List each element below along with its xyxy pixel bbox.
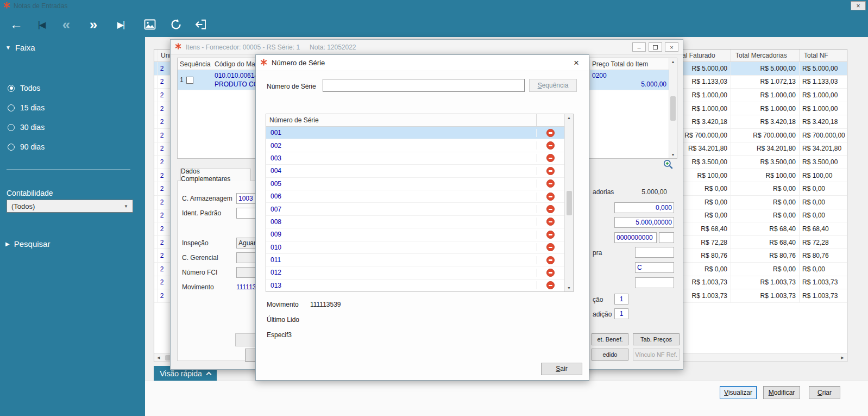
remove-serial-icon[interactable] [546, 141, 555, 150]
serial-row[interactable]: 011 [266, 254, 564, 266]
nav-previous-icon[interactable]: « [56, 12, 76, 37]
close-button[interactable]: × [665, 42, 678, 52]
serial-row[interactable]: 012 [266, 266, 564, 279]
refresh-icon[interactable] [166, 12, 186, 37]
remove-serial-icon[interactable] [546, 205, 555, 213]
faixa-radio-option[interactable]: 90 dias [8, 142, 45, 151]
remove-serial-icon[interactable] [546, 167, 555, 175]
report-icon[interactable] [140, 12, 160, 37]
visualizar-button[interactable]: Visualizar [720, 386, 757, 399]
numero-fci-label: Número FCI [182, 269, 236, 276]
remove-serial-icon[interactable] [546, 179, 555, 188]
situacao-label: ção [593, 296, 603, 303]
remove-serial-icon[interactable] [546, 269, 555, 277]
scroll-up-icon[interactable]: ▲ [567, 116, 571, 120]
contabilidade-select[interactable]: (Todos) ▼ [7, 200, 133, 213]
scroll-down-icon[interactable]: ▼ [567, 286, 571, 290]
preco-unitario-input[interactable] [614, 217, 674, 228]
tradicao-input[interactable] [614, 308, 628, 319]
compra-label: pra [593, 249, 602, 257]
remove-serial-icon[interactable] [546, 243, 555, 251]
serial-row[interactable]: 005 [266, 178, 564, 190]
close-icon[interactable]: × [568, 58, 584, 69]
serial-list-body: 001 002 003 [266, 127, 564, 291]
nav-last-icon[interactable]: ▶| [111, 12, 130, 37]
visao-rapida-label: Visão rápida [160, 369, 202, 378]
serial-row[interactable]: 009 [266, 228, 564, 241]
codigo-extra-input[interactable] [659, 232, 674, 243]
tipo-input[interactable] [635, 262, 674, 273]
minimize-button[interactable]: – [632, 42, 646, 52]
serial-row[interactable]: 010 [266, 241, 564, 254]
remove-serial-icon[interactable] [546, 231, 555, 239]
compra-input[interactable] [635, 247, 674, 258]
preco-total-header[interactable]: Preço Total do Item [589, 58, 669, 70]
det-benef-button[interactable]: et. Benef. [592, 333, 628, 345]
item-sequence: 1 [180, 76, 184, 84]
remove-serial-icon[interactable] [546, 218, 555, 226]
serial-row[interactable]: 001 [266, 127, 564, 139]
sequencia-button[interactable]: Sequência [529, 79, 577, 92]
codigo-input[interactable] [614, 232, 657, 243]
remove-serial-icon[interactable] [546, 256, 555, 264]
modificar-button[interactable]: Modificar [763, 386, 800, 399]
serial-row[interactable]: 004 [266, 165, 564, 177]
scrollbar-thumb[interactable] [567, 191, 572, 215]
serial-row[interactable]: 007 [266, 203, 564, 215]
serial-column-header[interactable]: Número de Série [266, 116, 536, 124]
remove-serial-icon[interactable] [546, 193, 555, 201]
scroll-down-icon[interactable]: ▼ [671, 153, 675, 157]
faixa-radio-option[interactable]: 30 dias [8, 123, 45, 132]
remove-serial-icon[interactable] [546, 154, 555, 162]
serie-dialog-title: Número de Série [272, 59, 325, 67]
scrollbar-thumb[interactable] [670, 96, 676, 121]
pesquisar-section-header[interactable]: ▶ Pesquisar [5, 239, 50, 249]
maximize-button[interactable] [649, 42, 662, 52]
window-close-button[interactable]: × [851, 1, 866, 10]
serial-row[interactable]: 006 [266, 190, 564, 203]
faixa-radio-option[interactable]: 15 dias [8, 103, 45, 112]
extra-input[interactable] [635, 277, 674, 288]
window-titlebar: Notas de Entradas [0, 0, 868, 12]
nav-back-icon[interactable]: ← [7, 12, 26, 37]
scroll-right-icon[interactable]: ▶ [838, 356, 847, 360]
faixa-section-header[interactable]: ▼ Faixa [5, 43, 35, 52]
total-mercadorias-header[interactable]: Total Mercadorias [731, 49, 799, 61]
zoom-icon[interactable] [663, 159, 674, 170]
remove-serial-icon[interactable] [546, 281, 555, 289]
vinculo-nf-ref-button[interactable]: Vínculo NF Ref. [633, 349, 680, 361]
nav-next-icon[interactable]: » [84, 12, 103, 37]
remove-serial-icon[interactable] [546, 129, 555, 137]
serial-row[interactable]: 008 [266, 216, 564, 228]
serial-row[interactable]: 002 [266, 139, 564, 152]
criar-button[interactable]: Criar [809, 386, 840, 399]
total-mercadorias-cell: R$ 1.003,73 [731, 276, 799, 289]
serie-dialog-titlebar: Número de Série × [256, 55, 589, 71]
situacao-input[interactable] [614, 294, 628, 305]
numero-serie-label: Número de Série [267, 83, 316, 90]
nav-first-icon[interactable]: |◀ [32, 12, 51, 37]
total-nf-header[interactable]: Total NF [799, 49, 847, 61]
scroll-left-icon[interactable]: ◀ [154, 356, 163, 360]
faixa-radio-option[interactable]: Todos [8, 84, 45, 92]
numero-serie-input[interactable] [323, 79, 525, 92]
sequencia-header[interactable]: Sequência [178, 58, 212, 70]
exit-icon[interactable] [191, 12, 211, 37]
total-nf-cell: R$ 0,00 [799, 209, 847, 222]
sair-button[interactable]: Sair [541, 363, 582, 375]
unit-cell: 2 [158, 289, 166, 302]
serial-row[interactable]: 003 [266, 152, 564, 165]
scroll-up-icon[interactable]: ▲ [671, 60, 675, 64]
item-total-price: 5.000,00 [592, 80, 666, 89]
serial-row[interactable]: 013 [266, 280, 564, 291]
tab-dados-complementares[interactable]: Dados Complementares [180, 169, 251, 181]
quantidade-input[interactable] [614, 202, 674, 213]
total-nf-cell: R$ 3.500,00 [799, 156, 847, 169]
item-checkbox[interactable] [186, 77, 193, 84]
app-logo-icon [3, 2, 10, 10]
tab-precos-button[interactable]: Tab. Preços [633, 333, 680, 345]
itens-grid-scrollbar[interactable]: ▲ ▼ [669, 58, 677, 158]
total-nf-cell: R$ 1.003,73 [799, 289, 847, 302]
pedido-button[interactable]: edido [592, 349, 628, 361]
serial-list-scrollbar[interactable]: ▲ ▼ [564, 114, 573, 291]
